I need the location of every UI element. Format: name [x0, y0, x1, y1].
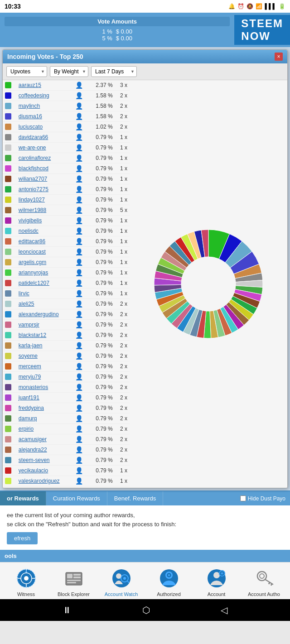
row-pct: 0.79 %: [88, 341, 115, 351]
row-username[interactable]: edittacar86: [16, 236, 73, 247]
row-username[interactable]: soyeme: [16, 351, 73, 361]
tab-curation-rewards[interactable]: Curation Rewards: [46, 491, 107, 505]
row-count: 2 x: [115, 309, 130, 320]
mute-icon: 🔕: [246, 3, 253, 10]
row-username[interactable]: coffeedesing: [16, 91, 73, 101]
row-count: 1 x: [115, 174, 130, 184]
row-username[interactable]: valeskarodriguez: [16, 476, 73, 486]
modal-overlay: Incoming Votes - Top 250 × Upvotes Downv…: [0, 47, 290, 490]
table-row: wilmer1988 👤 0.79 % 5 x: [3, 205, 130, 216]
row-username[interactable]: alexandergudino: [16, 309, 73, 320]
row-color: [3, 320, 16, 330]
row-user-icon: 👤: [73, 111, 88, 122]
row-color: [3, 372, 16, 382]
row-username[interactable]: meryju79: [16, 372, 73, 382]
rewards-text2: se click on the "Refresh" button and wai…: [7, 520, 283, 529]
tab-author-rewards[interactable]: or Rewards: [0, 491, 46, 505]
row-username[interactable]: freddypina: [16, 403, 73, 413]
hide-dust-checkbox-wrapper[interactable]: Hide Dust Payo: [236, 491, 290, 505]
alarm-icon: 🔔: [228, 3, 235, 10]
close-button[interactable]: ×: [275, 53, 283, 61]
row-color: [3, 455, 16, 466]
row-username[interactable]: patidelc1207: [16, 278, 73, 288]
row-color: [3, 80, 16, 91]
table-row: alexandergudino 👤 0.79 % 2 x: [3, 309, 130, 320]
table-row: acamusiger 👤 0.79 % 2 x: [3, 434, 130, 445]
row-username[interactable]: monasterios: [16, 382, 73, 393]
account-icon: [205, 567, 228, 590]
steem-logo: STEEMNOW: [234, 15, 290, 45]
bottom-nav: Witness Block Explorer: [0, 562, 290, 599]
row-color: [3, 257, 16, 268]
row-username[interactable]: ariannyrojas: [16, 268, 73, 278]
row-username[interactable]: blackstar12: [16, 330, 73, 341]
row-username[interactable]: aarauz15: [16, 80, 73, 91]
row-username[interactable]: juanf191: [16, 393, 73, 403]
type-filter[interactable]: Upvotes Downvotes: [6, 66, 47, 77]
row-username[interactable]: argelis.cgm: [16, 257, 73, 268]
row-username[interactable]: davidzara66: [16, 132, 73, 143]
android-back-btn[interactable]: ◁: [221, 605, 227, 615]
android-home-btn[interactable]: ⬡: [142, 605, 150, 615]
row-user-icon: 👤: [73, 236, 88, 247]
tab-benef-rewards[interactable]: Benef. Rewards: [107, 491, 164, 505]
row-count: 1 x: [115, 466, 130, 476]
row-user-icon: 👤: [73, 184, 88, 195]
row-count: 1 x: [115, 486, 130, 488]
row-username[interactable]: noelisdc: [16, 226, 73, 236]
nav-witness[interactable]: Witness: [2, 567, 50, 597]
nav-account-autho[interactable]: Account Autho: [240, 567, 288, 597]
row-username[interactable]: diusma16: [16, 111, 73, 122]
row-username[interactable]: alejandra22: [16, 445, 73, 455]
row-color: [3, 403, 16, 413]
row-color: [3, 341, 16, 351]
row-username[interactable]: maylinch: [16, 101, 73, 111]
row-username[interactable]: yecikaulacio: [16, 466, 73, 476]
android-pause-btn[interactable]: ⏸: [63, 605, 72, 615]
row-username[interactable]: carolinaflorez: [16, 153, 73, 163]
row-username[interactable]: yura06: [16, 486, 73, 488]
row-username[interactable]: steem-seven: [16, 455, 73, 466]
row-username[interactable]: antonio7275: [16, 184, 73, 195]
row-username[interactable]: aleli25: [16, 299, 73, 309]
account-autho-label: Account Autho: [248, 591, 280, 597]
row-user-icon: 👤: [73, 101, 88, 111]
row-username[interactable]: vivigibelis: [16, 216, 73, 226]
row-username[interactable]: erpirio: [16, 424, 73, 434]
authorized-label: Authorized: [157, 591, 181, 597]
row-color: [3, 382, 16, 393]
row-username[interactable]: lirvic: [16, 288, 73, 299]
row-pct: 0.79 %: [88, 351, 115, 361]
svg-rect-12: [73, 577, 81, 578]
row-username[interactable]: luciuscato: [16, 122, 73, 132]
row-username[interactable]: karla-jaen: [16, 341, 73, 351]
table-row: linday1027 👤 0.79 % 1 x: [3, 195, 130, 205]
row-username[interactable]: vamprsjr: [16, 320, 73, 330]
table-row: maylinch 👤 1.58 % 2 x: [3, 101, 130, 111]
row-pct: 0.79 %: [88, 382, 115, 393]
hide-dust-checkbox[interactable]: [240, 495, 246, 501]
sort-filter[interactable]: By Weight By Count: [50, 66, 88, 77]
nav-authorized[interactable]: Authorized: [145, 567, 193, 597]
row-username[interactable]: merceem: [16, 361, 73, 372]
row-count: 1 x: [115, 184, 130, 195]
row-username[interactable]: wiliana2707: [16, 174, 73, 184]
row-username[interactable]: we-are-one: [16, 143, 73, 153]
nav-account-watch[interactable]: Account Watch: [97, 567, 145, 597]
row-pct: 0.79 %: [88, 132, 115, 143]
row-username[interactable]: leonciocast: [16, 247, 73, 257]
row-username[interactable]: acamusiger: [16, 434, 73, 445]
row-username[interactable]: wilmer1988: [16, 205, 73, 216]
row-username[interactable]: damurq: [16, 413, 73, 424]
row-count: 2 x: [115, 91, 130, 101]
row-color: [3, 288, 16, 299]
nav-block-explorer[interactable]: Block Explorer: [50, 567, 97, 597]
row-pct: 0.79 %: [88, 320, 115, 330]
row-color: [3, 101, 16, 111]
row-username[interactable]: blackfishcpd: [16, 163, 73, 174]
refresh-button[interactable]: efresh: [7, 532, 38, 544]
row-pct: 0.79 %: [88, 434, 115, 445]
period-filter[interactable]: Last 7 Days Last 30 Days: [91, 66, 137, 77]
nav-account[interactable]: Account: [193, 567, 240, 597]
row-username[interactable]: linday1027: [16, 195, 73, 205]
